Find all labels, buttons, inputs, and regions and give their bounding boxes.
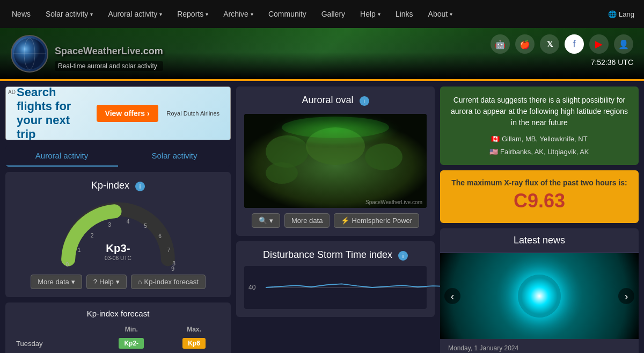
language-selector[interactable]: 🌐 Lang — [603, 10, 640, 18]
nav-item-about[interactable]: About ▾ — [421, 0, 460, 28]
nav-item-links[interactable]: Links — [388, 0, 421, 28]
right-column: Current data suggests there is a slight … — [440, 87, 639, 353]
tab-solar-activity[interactable]: Solar activity — [118, 146, 231, 167]
aurora-location-usa: 🇺🇸 Fairbanks, AK, Utqiagvik, AK — [448, 147, 631, 157]
activity-container: Auroral activity Solar activity — [5, 146, 231, 167]
svg-text:2: 2 — [91, 233, 94, 239]
social-icons-row: 🤖 🍎 𝕏 f ▶ 👤 — [491, 34, 633, 54]
news-prev-button[interactable]: ‹ — [444, 288, 460, 304]
kp-max-tuesday: Kp6 — [164, 335, 224, 351]
nav-item-reports[interactable]: Reports ▾ — [170, 0, 216, 28]
dropdown-arrow-icon: ▾ — [71, 278, 75, 286]
kp-index-section: Kp-index i 0 1 2 3 4 5 6 7 — [5, 172, 231, 297]
aurora-notice-text: Current data suggests there is a slight … — [451, 96, 628, 127]
svg-text:7: 7 — [167, 247, 171, 253]
svg-point-18 — [266, 162, 298, 184]
col-max: Max. — [164, 323, 224, 335]
question-icon: ? — [93, 278, 97, 286]
tab-auroral-activity[interactable]: Auroral activity — [5, 146, 118, 167]
help-button[interactable]: ? Help ▾ — [86, 275, 127, 289]
svg-text:Kp3-: Kp3- — [106, 242, 130, 254]
center-column: Auroral oval i — [236, 87, 435, 353]
svg-text:4: 4 — [127, 219, 130, 225]
about-dropdown-arrow: ▾ — [450, 11, 452, 17]
svg-text:03-06 UTC: 03-06 UTC — [105, 255, 131, 261]
logo-area: SpaceWeatherLive.com Real-time auroral a… — [11, 35, 163, 73]
ad-content: Search flights for your next trip View o… — [6, 87, 230, 140]
dst-chart-svg — [266, 266, 448, 309]
user-icon[interactable]: 👤 — [614, 34, 633, 54]
help-dropdown-arrow: ▾ — [378, 11, 380, 17]
youtube-icon[interactable]: ▶ — [589, 34, 609, 54]
nav-item-news[interactable]: News — [4, 0, 38, 28]
svg-point-17 — [365, 143, 402, 170]
dst-y-label: 40 — [248, 284, 255, 291]
header-banner: SpaceWeatherLive.com Real-time auroral a… — [0, 28, 644, 79]
android-icon[interactable]: 🤖 — [491, 34, 510, 54]
nav-item-gallery[interactable]: Gallery — [314, 0, 353, 28]
news-panel-title: Latest news — [440, 228, 639, 253]
xray-panel: The maximum X-ray flux of the past two h… — [440, 170, 639, 223]
table-row: Tuesday Kp2- Kp6 — [12, 335, 224, 351]
news-image: ‹ › — [440, 253, 639, 339]
utc-time: 7:52:36 UTC — [591, 58, 633, 67]
auroral-oval-title: Auroral oval i — [244, 95, 427, 106]
kp-min-tuesday: Kp2- — [99, 335, 164, 351]
svg-text:0: 0 — [65, 262, 69, 268]
apple-icon[interactable]: 🍎 — [515, 34, 535, 54]
ad-banner[interactable]: AD Search flights for your next trip Vie… — [5, 87, 231, 140]
dst-chart: 40 — [244, 266, 427, 309]
news-date: Monday, 1 January 2024 — [448, 344, 631, 352]
more-data-button[interactable]: More data ▾ — [31, 275, 82, 289]
reports-dropdown-arrow: ▾ — [206, 11, 208, 17]
ad-logo: Royal Dutch Airlines — [167, 110, 219, 117]
chart-icon: ⌂ — [138, 278, 142, 286]
globe-icon: 🌐 — [608, 10, 617, 18]
auroral-oval-section: Auroral oval i — [236, 87, 435, 236]
dropdown-arrow-icon2: ▾ — [116, 278, 120, 286]
dst-section: Disturbance Storm Time index i 40 — [236, 241, 435, 317]
auroral-map: SpaceWeatherLive.com — [244, 114, 427, 208]
nav-item-help[interactable]: Help ▾ — [353, 0, 388, 28]
logo-globe — [11, 35, 48, 73]
dst-info-badge[interactable]: i — [398, 251, 408, 261]
dst-title: Disturbance Storm Time index i — [244, 249, 427, 261]
auroral-buttons: 🔍 ▾ More data ⚡ Hemispheric Power — [244, 213, 427, 228]
ad-cta-button[interactable]: View offers › — [97, 105, 158, 122]
gauge-svg: 0 1 2 3 4 5 6 7 8 Kp3- 03-06 UTC — [54, 199, 182, 269]
usa-flag: 🇺🇸 — [489, 148, 498, 156]
kp-index-title: Kp-index i — [13, 180, 223, 191]
kp-forecast-button[interactable]: ⌂ Kp-index forecast — [131, 275, 206, 289]
search-icon: 🔍 — [259, 217, 267, 225]
col-day — [12, 323, 99, 335]
forecast-table: Min. Max. Tuesday Kp2- Kp6 — [12, 323, 224, 353]
x-twitter-icon[interactable]: 𝕏 — [540, 34, 559, 54]
facebook-icon[interactable]: f — [565, 34, 584, 54]
nav-item-solar[interactable]: Solar activity ▾ — [38, 0, 100, 28]
ad-text: Search flights for your next trip — [17, 87, 88, 140]
kp-badge-max-tue: Kp6 — [182, 338, 206, 349]
news-navigation: ‹ › — [440, 288, 639, 304]
site-subtitle: Real-time auroral and solar activity — [55, 61, 163, 71]
news-next-button[interactable]: › — [618, 288, 634, 304]
hemispheric-power-button[interactable]: ⚡ Hemispheric Power — [334, 213, 419, 228]
auroral-info-badge[interactable]: i — [360, 96, 369, 106]
forecast-title: Kp-index forecast — [12, 309, 224, 318]
aurora-locations: 🇨🇦 Gillam, MB, Yellowknife, NT 🇺🇸 Fairba… — [448, 134, 631, 157]
nav-item-archive[interactable]: Archive ▾ — [216, 0, 261, 28]
news-caption: Monday, 1 January 2024 Major X5.0 solar … — [440, 339, 639, 353]
solar-dropdown-arrow: ▾ — [90, 11, 93, 17]
power-icon: ⚡ — [341, 217, 349, 225]
nav-item-community[interactable]: Community — [261, 0, 314, 28]
left-column: AD Search flights for your next trip Vie… — [5, 87, 231, 353]
zoom-button[interactable]: 🔍 ▾ — [252, 213, 280, 228]
kp-forecast-section: Kp-index forecast Min. Max. Tuesday Kp2- — [5, 302, 231, 353]
xray-title: The maximum X-ray flux of the past two h… — [448, 178, 631, 187]
auroral-dropdown-arrow: ▾ — [159, 11, 162, 17]
day-tuesday: Tuesday — [12, 335, 99, 351]
svg-text:1: 1 — [78, 247, 81, 253]
kp-info-badge[interactable]: i — [135, 182, 145, 191]
auroral-more-data-button[interactable]: More data — [284, 213, 330, 228]
svg-text:6: 6 — [158, 233, 162, 239]
nav-item-auroral[interactable]: Auroral activity ▾ — [100, 0, 170, 28]
